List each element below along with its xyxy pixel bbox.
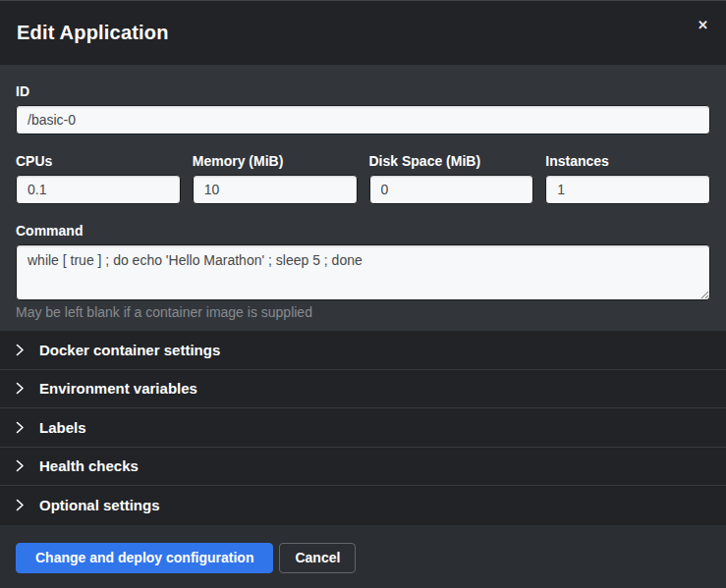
collapsible-sections: Docker container settings Environment va… bbox=[0, 331, 726, 525]
chevron-right-icon bbox=[16, 344, 25, 356]
id-label: ID bbox=[16, 84, 710, 98]
cpus-field-group: CPUs bbox=[16, 154, 181, 204]
edit-application-modal: Edit Application ✕ ID CPUs Memory (MiB) … bbox=[0, 0, 726, 588]
memory-input[interactable] bbox=[193, 175, 358, 204]
chevron-right-icon bbox=[16, 499, 25, 511]
command-textarea[interactable]: while [ true ] ; do echo 'Hello Marathon… bbox=[16, 244, 710, 300]
memory-field-group: Memory (MiB) bbox=[193, 154, 358, 204]
modal-body: ID CPUs Memory (MiB) Disk Space (MiB) In… bbox=[0, 65, 726, 331]
instances-field-group: Instances bbox=[545, 154, 710, 204]
command-label: Command bbox=[16, 224, 710, 238]
modal-footer: Change and deploy configuration Cancel bbox=[0, 525, 726, 588]
section-label: Health checks bbox=[39, 457, 139, 474]
modal-header: Edit Application ✕ bbox=[0, 1, 726, 65]
change-and-deploy-button[interactable]: Change and deploy configuration bbox=[16, 543, 273, 573]
section-label: Docker container settings bbox=[39, 342, 220, 358]
id-field-group: ID bbox=[16, 84, 710, 134]
section-health-checks[interactable]: Health checks bbox=[0, 448, 726, 487]
chevron-right-icon bbox=[16, 459, 25, 472]
memory-label: Memory (MiB) bbox=[193, 154, 358, 168]
disk-label: Disk Space (MiB) bbox=[369, 154, 534, 168]
modal-title: Edit Application bbox=[17, 22, 169, 44]
cancel-button[interactable]: Cancel bbox=[279, 543, 356, 573]
instances-input[interactable] bbox=[545, 175, 710, 204]
instances-label: Instances bbox=[545, 154, 710, 168]
section-label: Optional settings bbox=[39, 497, 160, 513]
chevron-right-icon bbox=[16, 382, 25, 395]
chevron-right-icon bbox=[16, 421, 25, 434]
id-input[interactable] bbox=[16, 105, 710, 134]
close-icon[interactable]: ✕ bbox=[694, 15, 712, 35]
cpus-input[interactable] bbox=[16, 175, 181, 204]
section-label: Environment variables bbox=[39, 380, 197, 397]
command-field-group: Command while [ true ] ; do echo 'Hello … bbox=[16, 224, 710, 320]
resources-row: CPUs Memory (MiB) Disk Space (MiB) Insta… bbox=[16, 154, 710, 204]
section-label: Labels bbox=[39, 419, 86, 436]
disk-input[interactable] bbox=[369, 175, 534, 204]
section-optional-settings[interactable]: Optional settings bbox=[0, 486, 726, 525]
section-docker-container-settings[interactable]: Docker container settings bbox=[0, 331, 726, 370]
section-environment-variables[interactable]: Environment variables bbox=[0, 370, 726, 409]
cpus-label: CPUs bbox=[16, 154, 181, 168]
command-help-text: May be left blank if a container image i… bbox=[16, 305, 710, 320]
section-labels[interactable]: Labels bbox=[0, 408, 726, 448]
disk-field-group: Disk Space (MiB) bbox=[369, 154, 534, 204]
